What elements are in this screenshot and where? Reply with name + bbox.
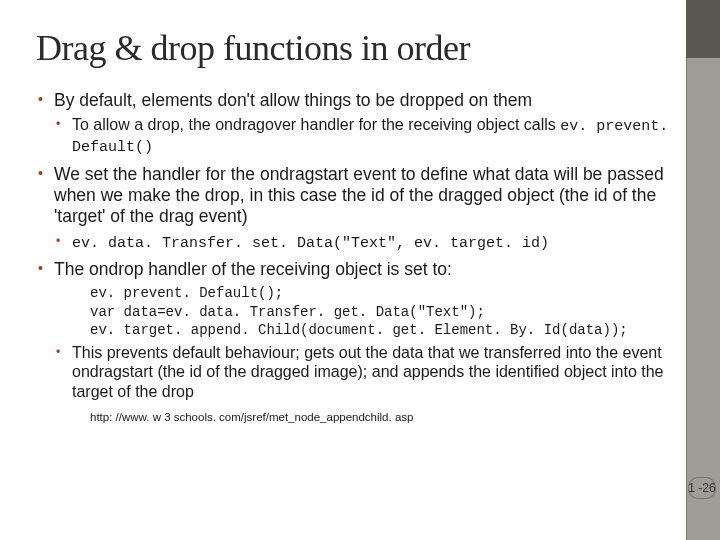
bullet-2-1: ev. data. Transfer. set. Data("Text", ev… (54, 232, 676, 253)
reference-url: http: //www. w 3 schools. com/jsref/met_… (90, 410, 676, 424)
bullet-2-text: We set the handler for the ondragstart e… (54, 164, 664, 227)
bullet-2-1-code: ev. data. Transfer. set. Data("Text", ev… (72, 235, 549, 252)
bullet-3-codeblock: ev. prevent. Default(); var data=ev. dat… (90, 284, 676, 339)
bullet-1-1: To allow a drop, the ondragover handler … (54, 115, 676, 158)
bullet-3-text: The ondrop handler of the receiving obje… (54, 259, 452, 279)
bullet-1: By default, elements don't allow things … (36, 90, 676, 158)
bullet-1-1-text: To allow a drop, the ondragover handler … (72, 116, 560, 133)
slide: Drag & drop functions in order By defaul… (0, 0, 720, 540)
slide-title: Drag & drop functions in order (36, 30, 680, 68)
page-number-badge: 1 -26 (688, 477, 716, 499)
bullet-3-1: This prevents default behaviour; gets ou… (54, 343, 676, 402)
slide-body: By default, elements don't allow things … (36, 90, 676, 424)
bullet-2: We set the handler for the ondragstart e… (36, 164, 676, 253)
bullet-3-1-text: This prevents default behaviour; gets ou… (72, 344, 664, 400)
bullet-1-text: By default, elements don't allow things … (54, 90, 532, 110)
bullet-3: The ondrop handler of the receiving obje… (36, 259, 676, 423)
